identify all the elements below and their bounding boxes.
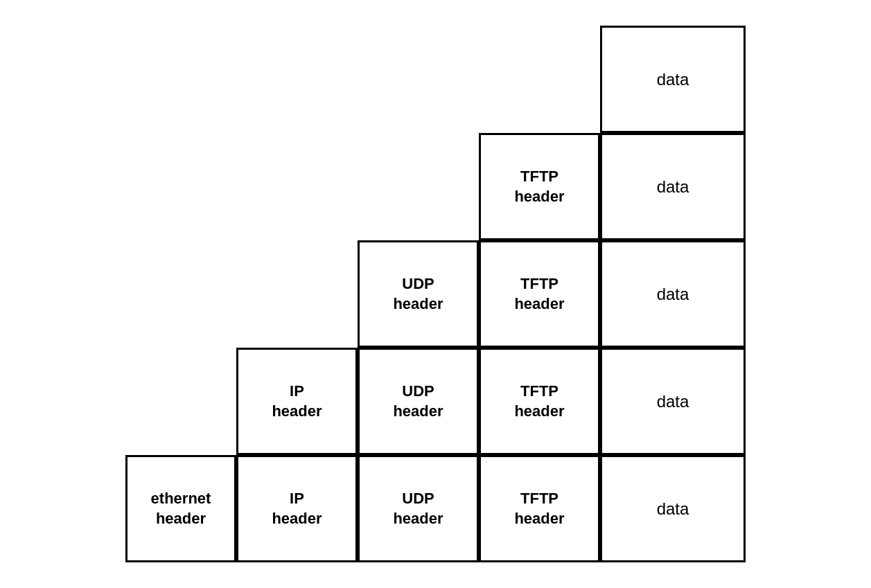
tftp-header-box-1: TFTPheader: [479, 133, 600, 240]
diagram-container: ethernet header IPheader IPheader UDPhea…: [112, 12, 759, 576]
ip-header-label-2: IPheader: [272, 489, 322, 528]
data-box-3: data: [600, 240, 746, 348]
tftp-header-label-3: TFTPheader: [514, 382, 564, 421]
ip-header-label-1: IPheader: [272, 382, 322, 421]
tftp-header-label-4: TFTPheader: [514, 489, 564, 528]
udp-header-box-1: UDPheader: [358, 240, 479, 348]
data-label-3: data: [657, 283, 689, 305]
data-label-2: data: [657, 176, 689, 197]
tftp-header-label-2: TFTPheader: [514, 274, 564, 314]
data-column: data data data data data: [600, 26, 746, 562]
tftp-header-box-3: TFTPheader: [479, 348, 600, 455]
ip-column: IPheader IPheader: [236, 26, 358, 562]
tftp-header-box-4: TFTPheader: [479, 455, 600, 562]
udp-header-label-3: UDPheader: [393, 489, 443, 528]
ip-header-box-1: IPheader: [236, 348, 358, 455]
ip-header-box-2: IPheader: [236, 455, 358, 562]
udp-header-label-2: UDPheader: [393, 382, 443, 421]
udp-header-box-2: UDPheader: [358, 348, 479, 455]
tftp-header-box-2: TFTPheader: [479, 240, 600, 348]
ethernet-header-label: ethernet header: [127, 489, 234, 528]
udp-column: UDPheader UDPheader UDPheader: [358, 26, 479, 562]
ethernet-column: ethernet header: [125, 26, 236, 562]
tftp-header-label-1: TFTPheader: [514, 167, 564, 206]
data-label-1: data: [657, 69, 689, 90]
data-box-1: data: [600, 26, 746, 133]
data-label-4: data: [657, 391, 689, 412]
ethernet-header-box: ethernet header: [125, 455, 236, 562]
udp-header-box-3: UDPheader: [358, 455, 479, 562]
tftp-column: TFTPheader TFTPheader TFTPheader TFTPhea…: [479, 26, 600, 562]
data-box-4: data: [600, 348, 746, 455]
udp-header-label-1: UDPheader: [393, 274, 443, 314]
data-box-5: data: [600, 455, 746, 562]
data-label-5: data: [657, 498, 689, 519]
data-box-2: data: [600, 133, 746, 240]
